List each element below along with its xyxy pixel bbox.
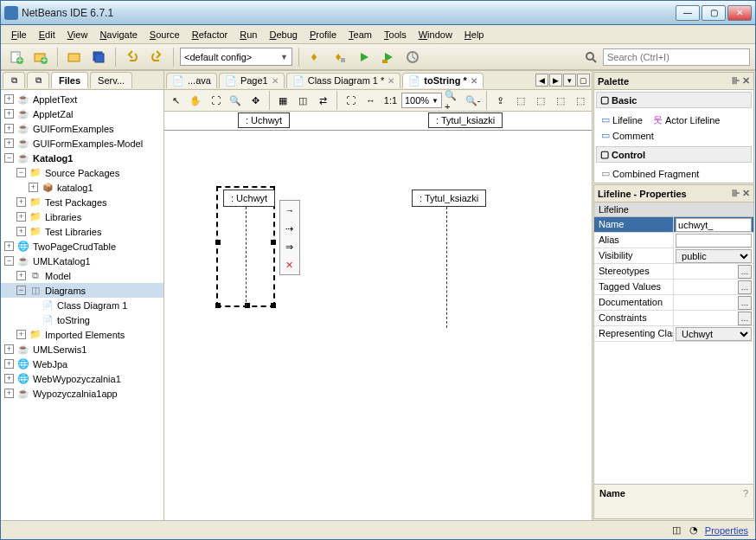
menu-navigate[interactable]: Navigate xyxy=(94,28,142,42)
profile-button[interactable] xyxy=(402,47,423,68)
zoom-tool[interactable]: 🔍 xyxy=(227,92,245,110)
menu-view[interactable]: View xyxy=(62,28,93,42)
new-project-button[interactable]: + xyxy=(30,47,51,68)
property-row[interactable]: Visibilitypublic xyxy=(594,248,753,264)
tab-max-button[interactable]: ▢ xyxy=(577,74,590,87)
diag-tool-3[interactable]: ⬚ xyxy=(551,92,569,110)
expand-toggle[interactable]: + xyxy=(16,330,26,339)
select-tool[interactable]: ↖ xyxy=(167,92,185,110)
tree-item[interactable]: +GUIFormExamples-Model xyxy=(1,136,163,151)
menu-team[interactable]: Team xyxy=(343,28,377,42)
prop-input[interactable] xyxy=(676,234,752,248)
expand-toggle[interactable]: + xyxy=(4,109,14,119)
ellipsis-button[interactable]: … xyxy=(738,312,752,325)
diag-tool-4[interactable]: ⬚ xyxy=(571,92,589,110)
menu-window[interactable]: Window xyxy=(413,28,458,42)
palette-cat-basic[interactable]: ▢Basic xyxy=(596,92,752,108)
tree-item[interactable]: +Libraries xyxy=(1,209,163,224)
layout-button[interactable]: ◫ xyxy=(294,92,312,110)
lifeline-head-1[interactable]: : Uchwyt xyxy=(223,190,275,207)
editor-tab[interactable]: 📄toString *✕ xyxy=(402,73,484,88)
close-tab-icon[interactable]: ✕ xyxy=(272,76,279,86)
tree-item[interactable]: Class Diagram 1 xyxy=(1,298,163,312)
menu-debug[interactable]: Debug xyxy=(264,28,302,42)
menu-edit[interactable]: Edit xyxy=(34,28,61,42)
expand-toggle[interactable]: + xyxy=(16,227,26,236)
expand-toggle[interactable]: + xyxy=(16,212,26,222)
save-all-button[interactable] xyxy=(88,47,109,68)
actual-size-button[interactable]: 1:1 xyxy=(381,92,400,110)
status-icon-1[interactable]: ◫ xyxy=(670,524,682,537)
editor-tab[interactable]: 📄Class Diagram 1 *✕ xyxy=(286,73,401,88)
palette-combined-fragment[interactable]: ▭Combined Fragment xyxy=(599,167,701,180)
expand-toggle[interactable]: + xyxy=(4,344,14,354)
tree-item[interactable]: +katalog1 xyxy=(1,180,163,195)
tab-services[interactable]: Serv... xyxy=(90,72,132,88)
maximize-button[interactable]: ▢ xyxy=(702,5,726,21)
tab-prev-button[interactable]: ◀ xyxy=(535,74,548,87)
msg-create-tool[interactable]: ⇒ xyxy=(282,239,298,254)
menu-help[interactable]: Help xyxy=(459,28,490,42)
marquee-tool[interactable]: ⛶ xyxy=(207,92,225,110)
tab-projects[interactable]: ⧉ xyxy=(3,72,25,88)
expand-toggle[interactable]: + xyxy=(4,389,14,398)
search-input[interactable] xyxy=(603,48,750,66)
expand-toggle[interactable]: + xyxy=(4,94,14,104)
pan-tool[interactable]: ✋ xyxy=(187,92,205,110)
export-button[interactable]: ⇪ xyxy=(491,92,509,110)
property-row[interactable]: Stereotypes… xyxy=(594,264,753,280)
navigate-tool[interactable]: ✥ xyxy=(247,92,265,110)
editor-tab[interactable]: 📄...ava xyxy=(166,73,217,88)
ellipsis-button[interactable]: … xyxy=(738,265,752,279)
expand-toggle[interactable]: + xyxy=(4,241,14,251)
relations-button[interactable]: ⇄ xyxy=(314,92,332,110)
property-row[interactable]: Tagged Values… xyxy=(594,280,753,295)
debug-button[interactable] xyxy=(378,47,399,68)
palette-pin-icon[interactable]: ⊪ xyxy=(732,75,740,87)
tree-item[interactable]: +Wypozyczalnia1app xyxy=(1,386,163,401)
overview-button[interactable]: ▦ xyxy=(274,92,292,110)
property-row[interactable]: Alias xyxy=(594,233,753,248)
expand-toggle[interactable]: + xyxy=(4,138,14,148)
tree-item[interactable]: −Katalog1 xyxy=(1,151,163,165)
editor-tab[interactable]: 📄Page1✕ xyxy=(219,73,285,88)
search-icon[interactable] xyxy=(580,47,601,68)
close-tab-icon[interactable]: ✕ xyxy=(471,76,477,86)
zoom-out-button[interactable]: 🔍- xyxy=(464,92,482,110)
msg-call-tool[interactable]: → xyxy=(282,202,298,218)
minimize-button[interactable]: — xyxy=(676,5,700,21)
tab-projects2[interactable]: ⧉ xyxy=(27,72,49,88)
props-close-icon[interactable]: ✕ xyxy=(742,188,750,199)
close-tab-icon[interactable]: ✕ xyxy=(388,76,394,86)
menu-file[interactable]: File xyxy=(6,28,32,42)
tab-list-button[interactable]: ▾ xyxy=(563,74,576,87)
property-row[interactable]: Name xyxy=(594,217,753,233)
tree-item[interactable]: +AppletZal xyxy=(1,106,163,121)
msg-return-tool[interactable]: ⇢ xyxy=(282,221,298,236)
tree-item[interactable]: +WebJpa xyxy=(1,357,163,371)
palette-cat-control[interactable]: ▢Control xyxy=(596,146,752,163)
zoom-combo[interactable]: 100%▼ xyxy=(401,93,442,108)
prop-input[interactable] xyxy=(676,218,752,232)
msg-destroy-tool[interactable]: ✕ xyxy=(282,257,298,273)
expand-toggle[interactable]: + xyxy=(4,359,14,369)
close-button[interactable]: ✕ xyxy=(727,5,752,21)
expand-toggle[interactable]: − xyxy=(16,168,26,177)
diag-tool-1[interactable]: ⬚ xyxy=(511,92,529,110)
tree-item[interactable]: +WebWypozyczalnia1 xyxy=(1,371,163,386)
props-pin-icon[interactable]: ⊪ xyxy=(732,188,740,199)
diagram-canvas[interactable]: : Uchwyt : Tytul_ksiazki : Tytul_ksiazki… xyxy=(164,112,592,520)
menu-source[interactable]: Source xyxy=(144,28,185,42)
fit-width-button[interactable]: ↔ xyxy=(362,92,380,110)
menu-tools[interactable]: Tools xyxy=(379,28,412,42)
expand-toggle[interactable]: + xyxy=(4,374,14,383)
property-row[interactable]: Representing ClasUchwyt xyxy=(594,326,753,342)
menu-refactor[interactable]: Refactor xyxy=(187,28,234,42)
zoom-in-button[interactable]: 🔍+ xyxy=(444,92,462,110)
tree-item[interactable]: +Test Packages xyxy=(1,195,163,209)
tree-item[interactable]: +GUIFormExamples xyxy=(1,121,163,136)
palette-comment[interactable]: ▭Comment xyxy=(599,129,656,142)
property-row[interactable]: Documentation… xyxy=(594,295,753,311)
undo-button[interactable] xyxy=(122,47,143,68)
tree-item[interactable]: +TwoPageCrudTable xyxy=(1,239,163,254)
